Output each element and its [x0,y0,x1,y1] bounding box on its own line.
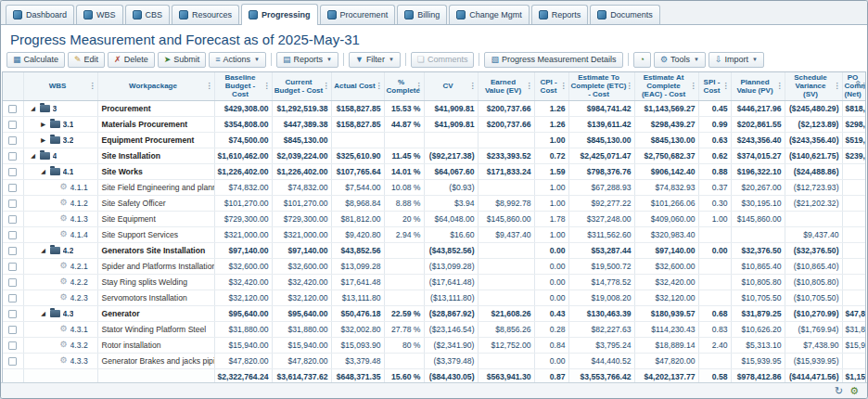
tools-menu-button[interactable]: ⚙Tools▼ [654,52,706,68]
analyze-button[interactable]: ◔ [633,52,651,68]
table-row[interactable]: ⚙4.1.3Site Equipment$729,300.00$729,300.… [3,211,866,226]
column-header-cpi_cost[interactable]: CPI - Cost⋮ [534,72,568,100]
table-row[interactable]: ◢4.1Site Works$1,226,402.00$1,226,402.00… [3,163,866,179]
row-checkbox[interactable] [8,278,17,287]
expand-toggle-icon[interactable]: ◢ [40,310,47,316]
table-row[interactable]: ⚙4.1.4Site Support Services$321,000.00$3… [3,226,866,242]
column-header-eac_cost[interactable]: Estimate At Complete (EAC) - Cost⋮ [634,72,698,100]
column-menu-icon[interactable]: ⋮ [323,82,330,90]
column-menu-icon[interactable]: ⋮ [526,82,533,90]
cell-earned_value_ev: $8,856.26 [478,321,534,337]
table-row[interactable]: ▶3.2Equipment Procurement$74,500.00$845,… [3,132,866,148]
tab-progressing[interactable]: Progressing [241,4,318,25]
column-menu-icon[interactable]: ⋮ [469,82,477,90]
collapse-pane-button[interactable]: « [855,78,861,88]
column-header-schedule_variance_sv[interactable]: Schedule Variance (SV)⋮ [785,72,842,100]
column-menu-icon[interactable]: ⋮ [376,82,383,90]
progress-measurement-details-button[interactable]: ▧Progress Measurement Details [484,52,622,68]
comments-button[interactable]: ❏Comments [411,52,475,68]
table-row[interactable]: ◢4.3Generator$95,640.00$95,640.00$50,476… [3,305,866,321]
row-checkbox[interactable] [8,231,17,239]
row-checkbox[interactable] [8,341,17,350]
column-menu-icon[interactable]: ⋮ [560,82,568,90]
import-menu-button[interactable]: ⇩Import▼ [708,52,764,68]
column-header-cv[interactable]: CV⋮ [424,72,478,100]
column-menu-icon[interactable]: ⋮ [415,82,423,90]
tab-reports[interactable]: Reports [531,5,589,24]
row-checkbox[interactable] [8,263,17,271]
column-header-baseline_budget_cost[interactable]: Baseline Budget - Cost⋮ [214,72,272,100]
tab-wbs[interactable]: WBS [76,5,123,24]
expand-toggle-icon[interactable]: ▶ [40,121,47,127]
cell-wbs: ⚙4.3.2 [23,337,97,353]
table-row[interactable]: ◢4Site Installation$1,610,462.00$2,039,2… [3,148,866,163]
edit-button[interactable]: ✎Edit [68,52,105,68]
expand-toggle-icon[interactable]: ▶ [40,136,47,143]
cell-spi_cost [698,290,731,305]
row-checkbox[interactable] [8,121,17,129]
table-row[interactable]: ⚙4.2.2Stay Ring splits Welding$32,420.00… [3,274,866,290]
row-checkbox[interactable] [8,136,17,145]
column-header-pct_complete[interactable]: % Complete⋮ [384,72,424,100]
row-checkbox[interactable] [8,152,17,161]
reports-menu-button[interactable]: ▤Reports▼ [276,52,338,68]
column-header-wbs[interactable]: WBS⋮ [23,72,97,100]
filter-menu-button[interactable]: ▼Filter▼ [349,52,401,68]
table-row[interactable]: ⚙4.3.3Generator Brakes and jacks piping$… [3,353,866,368]
tab-billing[interactable]: Billing [397,5,447,24]
row-checkbox[interactable] [8,326,17,334]
tab-resources[interactable]: Resources [172,5,239,24]
toolbar-separator [343,53,344,66]
column-header-actual_cost[interactable]: Actual Cost⋮ [331,72,384,100]
row-checkbox[interactable] [8,105,17,113]
column-header-current_budget_cost[interactable]: Current Budget - Cost⋮ [272,72,331,100]
table-row[interactable]: ⚙4.3.1Stator Winding Platform Steel$31,8… [3,321,866,337]
tab-procurement[interactable]: Procurement [320,5,396,24]
table-row[interactable]: ▶3.1Materials Procurement$354,808.00$447… [3,116,866,132]
tab-documents[interactable]: Documents [590,5,660,24]
column-menu-icon[interactable]: ⋮ [776,82,784,90]
table-row[interactable]: ⚙4.1.1Site Field Engineering and plannin… [3,179,866,195]
settings-gear-icon[interactable]: ⚙ [849,386,859,396]
row-checkbox[interactable] [8,294,17,302]
column-menu-icon[interactable]: ⋮ [834,82,841,90]
refresh-icon[interactable]: ↻ [835,386,843,396]
expand-toggle-icon[interactable]: ◢ [40,247,47,253]
column-header-spi_cost[interactable]: SPI - Cost⋮ [698,72,731,100]
row-checkbox[interactable] [8,200,17,208]
row-checkbox[interactable] [8,247,17,255]
table-row[interactable]: ⚙4.2.1Spider and Platforms Installation$… [3,258,866,274]
table-row[interactable]: ⚙4.2.3Servomotors Installation$32,120.00… [3,290,866,305]
column-header-earned_value_ev[interactable]: Earned Value (EV)⋮ [478,72,534,100]
column-menu-icon[interactable]: ⋮ [89,82,96,90]
submit-button[interactable]: ➤Submit [158,52,207,68]
calculate-button[interactable]: ▦Calculate [6,52,65,68]
cell-actual_cost: $9,420.80 [331,226,384,242]
row-checkbox[interactable] [8,310,17,318]
table-row[interactable]: ◢4.2Generators Site Installation$97,140.… [3,242,866,258]
table-row[interactable]: ◢3Procurement$429,308.00$1,292,519.38$15… [3,100,866,116]
table-row[interactable]: ⚙4.1.2Site Safety Officer$101,270.00$101… [3,195,866,211]
tab-dashboard[interactable]: Dashboard [6,5,74,24]
column-header-planned_value_pv[interactable]: Planned Value (PV)⋮ [731,72,785,100]
column-menu-icon[interactable]: ⋮ [626,82,633,90]
table-row[interactable]: ⚙4.3.2Rotor installation$15,940.00$15,94… [3,337,866,353]
tab-change-mgmt[interactable]: Change Mgmt [449,5,530,24]
row-checkbox[interactable] [8,215,17,224]
actions-menu-button[interactable]: ≡Actions▼ [209,52,266,68]
expand-toggle-icon[interactable]: ◢ [30,152,37,159]
expand-toggle-icon[interactable]: ◢ [30,105,37,111]
row-checkbox[interactable] [8,357,17,366]
expand-toggle-icon[interactable]: ◢ [40,168,47,174]
column-header-etc_cost[interactable]: Estimate To Complete (ETC) - Cost⋮ [568,72,634,100]
column-menu-icon[interactable]: ⋮ [690,82,697,90]
tab-cbs[interactable]: CBS [125,5,171,24]
cell-etc_cost: $19,500.72 [568,258,634,274]
column-menu-icon[interactable]: ⋮ [722,82,730,90]
delete-button[interactable]: ✗Delete [108,52,155,68]
column-menu-icon[interactable]: ⋮ [263,82,271,90]
column-menu-icon[interactable]: ⋮ [206,82,213,90]
row-checkbox[interactable] [8,168,17,176]
column-header-workpackage[interactable]: Workpackage⋮ [97,72,214,100]
row-checkbox[interactable] [8,184,17,192]
